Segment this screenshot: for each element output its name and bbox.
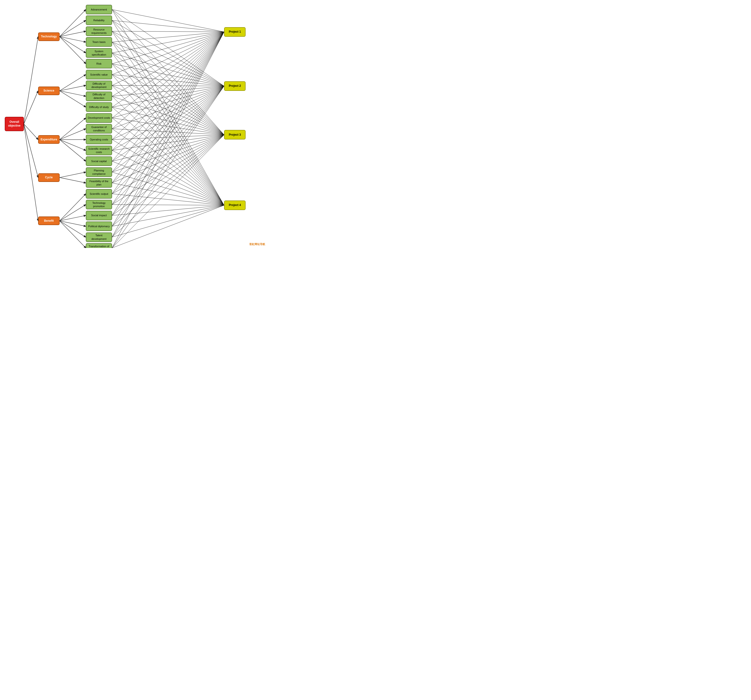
svg-line-62	[112, 86, 224, 129]
svg-line-117	[112, 205, 224, 226]
svg-line-86	[112, 135, 224, 139]
svg-line-27	[60, 221, 86, 248]
svg-line-98	[112, 20, 224, 205]
system_spec-node: System specification	[86, 48, 112, 58]
svg-line-22	[60, 194, 86, 221]
project2-node: Project 2	[224, 81, 246, 91]
svg-line-99	[112, 31, 224, 205]
watermark: 彩虹网址导航	[249, 243, 265, 246]
advancement-node: Advancement	[86, 5, 112, 14]
svg-line-77	[112, 42, 224, 135]
diff_detection-node: Difficulty of detection	[86, 91, 112, 101]
svg-line-58	[112, 85, 224, 86]
svg-line-48	[112, 32, 224, 226]
svg-line-65	[112, 86, 224, 161]
svg-line-76	[112, 31, 224, 135]
svg-line-46	[112, 32, 224, 205]
sci_research_costs-node: Scientific research costs	[86, 146, 112, 155]
svg-line-108	[112, 129, 224, 205]
svg-line-26	[60, 221, 86, 237]
svg-line-57	[112, 75, 224, 86]
svg-line-73	[112, 86, 224, 248]
talent_dev-node: Talent development	[86, 232, 112, 242]
social_capital-node: Social capital	[86, 156, 112, 166]
project3-node: Project 3	[224, 130, 246, 139]
cycle-node: Cycle	[38, 173, 60, 182]
team_basis-node: Team basis	[86, 37, 112, 47]
svg-line-49	[112, 32, 224, 237]
scientific_output-node: Scientific output	[86, 189, 112, 199]
svg-line-34	[112, 32, 224, 75]
project1-node: Project 1	[224, 27, 246, 37]
svg-line-43	[112, 32, 224, 172]
svg-line-78	[112, 53, 224, 135]
svg-line-118	[112, 205, 224, 237]
svg-line-25	[60, 221, 86, 226]
svg-line-87	[112, 135, 224, 150]
svg-line-36	[112, 32, 224, 96]
svg-line-68	[112, 86, 224, 194]
political_diplomacy-node: Political diplomacy	[86, 221, 112, 231]
svg-line-82	[112, 96, 224, 135]
svg-line-71	[112, 86, 224, 226]
social_impact-node: Social impact	[86, 211, 112, 220]
svg-line-63	[112, 86, 224, 140]
svg-line-89	[112, 135, 224, 172]
svg-line-47	[112, 32, 224, 216]
svg-line-21	[60, 178, 86, 183]
operating_costs-node: Operating costs	[86, 135, 112, 144]
svg-line-91	[112, 135, 224, 193]
svg-line-75	[112, 20, 224, 135]
svg-line-85	[112, 129, 224, 135]
svg-line-28	[112, 9, 224, 32]
svg-line-56	[112, 64, 224, 86]
svg-line-20	[60, 172, 86, 178]
svg-line-59	[112, 86, 224, 96]
svg-line-50	[112, 32, 224, 248]
svg-line-80	[112, 75, 224, 135]
svg-line-31	[112, 32, 224, 42]
svg-line-42	[112, 32, 224, 161]
svg-line-105	[112, 96, 224, 205]
svg-line-119	[112, 205, 224, 248]
svg-line-10	[60, 37, 86, 64]
overall-node: Overall objective	[5, 117, 24, 131]
svg-line-90	[112, 135, 224, 183]
resource_req-node: Resource requirements	[86, 26, 112, 36]
svg-line-94	[112, 135, 224, 226]
svg-line-92	[112, 135, 224, 205]
svg-line-40	[112, 32, 224, 140]
svg-line-83	[112, 107, 224, 135]
svg-line-88	[112, 135, 224, 161]
feasibility_plan-node: Feasibility of the plan	[86, 178, 112, 188]
svg-line-35	[112, 32, 224, 86]
svg-line-44	[112, 32, 224, 183]
svg-line-115	[112, 205, 224, 205]
svg-line-61	[112, 86, 224, 118]
svg-line-54	[112, 42, 224, 86]
svg-line-70	[112, 86, 224, 216]
svg-line-67	[112, 86, 224, 183]
svg-line-93	[112, 135, 224, 215]
svg-line-24	[60, 216, 86, 221]
diagram-container: Overall objectiveTechnologyScienceExpend…	[0, 0, 267, 248]
svg-line-66	[112, 86, 224, 172]
svg-line-97	[112, 9, 224, 205]
benefit-node: Benefit	[38, 216, 60, 225]
svg-line-39	[112, 32, 224, 129]
svg-line-55	[112, 53, 224, 86]
svg-line-13	[60, 91, 86, 96]
svg-line-102	[112, 64, 224, 205]
svg-line-112	[112, 172, 224, 205]
science-node: Science	[38, 87, 60, 95]
svg-line-15	[60, 118, 86, 140]
svg-line-69	[112, 86, 224, 205]
svg-line-38	[112, 32, 224, 118]
svg-line-109	[112, 139, 224, 205]
svg-line-32	[112, 32, 224, 53]
scientific_value-node: Scientific value	[86, 70, 112, 79]
svg-line-9	[60, 37, 86, 53]
dev_costs-node: Development costs	[86, 113, 112, 123]
svg-line-60	[112, 86, 224, 107]
svg-line-81	[112, 85, 224, 135]
